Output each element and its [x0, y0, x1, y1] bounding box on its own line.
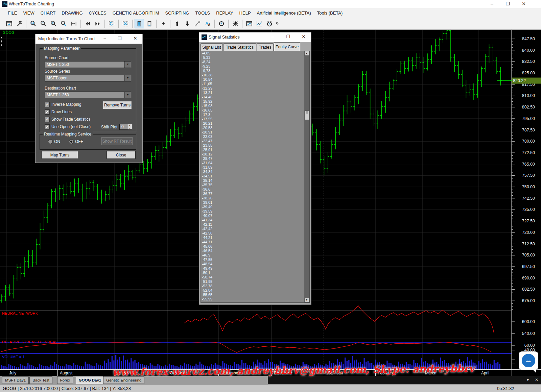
equity-value-row[interactable]: -52,78	[201, 284, 309, 288]
menu-item-replay[interactable]: REPLAY	[213, 9, 236, 17]
equity-value-row[interactable]: -36,6	[201, 187, 309, 192]
equity-value-row[interactable]: -44,21	[201, 236, 309, 240]
equity-curve-list[interactable]: -4,85-5,33-8,24-9,23-9,73-10,38-10,54-11…	[201, 51, 310, 303]
wrench-icon[interactable]	[15, 19, 24, 28]
map-turns-button[interactable]: Map Turns	[42, 151, 78, 159]
equity-value-row[interactable]: -34,34	[201, 170, 309, 174]
signal-minimize-button[interactable]: –	[268, 33, 277, 40]
equity-value-row[interactable]: -15,92	[201, 99, 309, 104]
equity-value-row[interactable]: -14,46	[201, 95, 309, 99]
fit-width-icon[interactable]	[69, 19, 78, 28]
checkbox-icon[interactable]: ✓	[45, 124, 50, 129]
equity-value-row[interactable]: -20,53	[201, 126, 309, 130]
equity-value-row[interactable]: -42,11	[201, 222, 309, 227]
equity-value-row[interactable]: -31,89	[201, 165, 309, 170]
alarm-clock-icon[interactable]	[265, 19, 274, 28]
equity-value-row[interactable]: -10,54	[201, 77, 309, 82]
draw-line-icon[interactable]	[193, 19, 202, 28]
map-dialog-titlebar[interactable]: Map Indicator Turns To Chart – ❐ ✕	[36, 34, 142, 44]
minimize-button[interactable]: –	[487, 0, 497, 8]
signal-dialog-titlebar[interactable]: Signal Statistics – ❐ ✕	[199, 32, 311, 42]
equity-value-row[interactable]: -28,12	[201, 152, 309, 156]
menu-item-artificial-intelligence-beta-[interactable]: Artificial Intelligence (BETA)	[254, 9, 314, 17]
equity-value-row[interactable]: -9,73	[201, 69, 309, 73]
equity-value-row[interactable]: -17,3	[201, 113, 309, 117]
tab-equity-curve[interactable]: Equity Curve	[274, 42, 300, 51]
scrollbar-thumb[interactable]	[304, 111, 309, 120]
stepper-arrows-icon[interactable]: ▲▼	[127, 124, 132, 129]
tab-trade-statistics[interactable]: Trade Statistics	[223, 43, 256, 51]
close-button[interactable]: ✕	[519, 0, 529, 8]
equity-value-row[interactable]: -31,64	[201, 161, 309, 165]
equity-value-row[interactable]: -35,14	[201, 178, 309, 183]
skip-back-icon[interactable]	[83, 19, 92, 28]
equity-value-row[interactable]: -46,9	[201, 253, 309, 258]
destination-chart-dropdown-icon[interactable]: ▼	[124, 92, 131, 98]
selection-clear-icon[interactable]	[121, 19, 130, 28]
battery-empty-icon[interactable]	[145, 19, 154, 28]
menu-item-file[interactable]: FILE	[5, 9, 20, 17]
scroll-down-icon[interactable]: ▼	[304, 298, 309, 302]
equity-value-row[interactable]: -38,26	[201, 196, 309, 200]
maximize-button[interactable]: ❐	[503, 0, 513, 8]
plus-icon[interactable]	[159, 19, 168, 28]
chart-window-icon[interactable]	[244, 19, 254, 28]
equity-value-row[interactable]: -5,33	[201, 55, 309, 60]
equity-value-row[interactable]: -41,34	[201, 218, 309, 222]
menu-item-tools[interactable]: TOOLS	[192, 9, 213, 17]
zoom-in-icon[interactable]	[49, 19, 58, 28]
equity-value-row[interactable]: -50,74	[201, 275, 309, 279]
equity-value-row[interactable]: -48,54	[201, 262, 309, 266]
history-icon[interactable]	[217, 19, 226, 28]
equity-value-row[interactable]: -25,91	[201, 148, 309, 152]
shift-plot-stepper[interactable]: 0 ▲▼	[119, 124, 132, 130]
chart-tab-msft-day1[interactable]: MSFT Day1	[2, 376, 29, 384]
destination-chart-select[interactable]: MSFT 1 250 ▼	[45, 92, 131, 98]
equity-value-row[interactable]: -42,42	[201, 227, 309, 231]
radio-on[interactable]	[48, 139, 53, 144]
menu-item-drawing[interactable]: DRAWING	[58, 9, 86, 17]
tab-signal-list[interactable]: Signal List	[201, 43, 223, 51]
checkbox-icon[interactable]: ✓	[45, 102, 50, 107]
equity-value-row[interactable]: -8,24	[201, 60, 309, 64]
menu-item-cycles[interactable]: CYCLES	[86, 9, 110, 17]
favorites-window-icon[interactable]	[4, 19, 14, 28]
equity-value-row[interactable]: -46,54	[201, 249, 309, 253]
chart-tab-back-test[interactable]: Back Test	[29, 376, 52, 384]
equity-value-row[interactable]: -23,55	[201, 143, 309, 148]
equity-value-row[interactable]: -55,65	[201, 293, 309, 297]
show-rt-result-button[interactable]: Show RT Result	[101, 137, 133, 145]
remote-control-bubble[interactable]: ↔	[519, 351, 538, 370]
equity-value-row[interactable]: -22,03	[201, 134, 309, 139]
equity-value-row[interactable]: -52,84	[201, 288, 309, 293]
tab-trades[interactable]: Trades	[257, 43, 274, 51]
equity-value-row[interactable]: -50,1	[201, 271, 309, 275]
equity-value-row[interactable]: -16,65	[201, 108, 309, 113]
map-maximize-button[interactable]: ❐	[115, 35, 124, 42]
equity-value-row[interactable]: -20,91	[201, 130, 309, 134]
checkbox-icon[interactable]: ✓	[45, 117, 50, 122]
equity-value-row[interactable]: -39,01	[201, 200, 309, 205]
map-close-button[interactable]: ✕	[131, 35, 140, 42]
equity-value-row[interactable]: -36,77	[201, 192, 309, 196]
equity-value-row[interactable]: -42,58	[201, 231, 309, 236]
equity-value-row[interactable]: -34,51	[201, 174, 309, 178]
radio-off[interactable]	[69, 139, 74, 144]
equity-value-row[interactable]: -9,23	[201, 64, 309, 69]
equity-value-row[interactable]: -47,55	[201, 258, 309, 262]
font-icon[interactable]: AA	[203, 19, 212, 28]
zoom-out-icon[interactable]	[39, 19, 48, 28]
line-chart-icon[interactable]	[255, 19, 264, 28]
remove-turns-button[interactable]: Remove Turns	[103, 101, 132, 109]
chart-tab-goog-day1[interactable]: GOOG Day1	[76, 376, 104, 384]
equity-value-row[interactable]: -44,71	[201, 240, 309, 244]
chart-tab-forex[interactable]: Forex	[57, 376, 73, 384]
tab-menu-icon[interactable]: ▾	[527, 377, 529, 382]
arrow-down-icon[interactable]	[183, 19, 192, 28]
selection-refresh-icon[interactable]	[107, 19, 116, 28]
equity-value-row[interactable]: -4,85	[201, 51, 309, 55]
equity-value-row[interactable]: -51,95	[201, 279, 309, 284]
menu-item-help[interactable]: HELP	[236, 9, 254, 17]
equity-value-row[interactable]: -39,49	[201, 205, 309, 209]
equity-value-row[interactable]: -17,55	[201, 117, 309, 121]
